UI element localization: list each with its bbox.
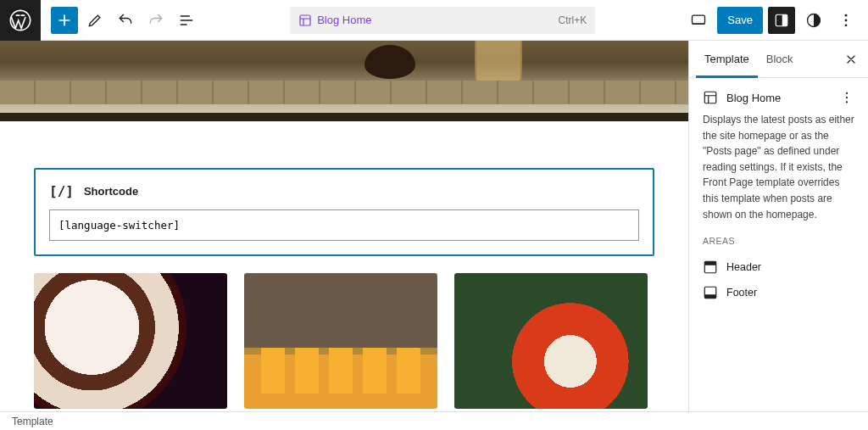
options-menu-button[interactable] bbox=[832, 7, 860, 34]
svg-rect-16 bbox=[704, 294, 716, 299]
svg-point-6 bbox=[845, 14, 848, 16]
svg-point-7 bbox=[845, 19, 848, 21]
svg-rect-9 bbox=[704, 92, 716, 103]
footer-icon bbox=[703, 285, 718, 300]
svg-rect-2 bbox=[693, 15, 705, 24]
breadcrumb[interactable]: Template bbox=[12, 416, 53, 427]
document-bar-container: Blog Home Ctrl+K bbox=[200, 7, 685, 34]
command-shortcut: Ctrl+K bbox=[558, 14, 587, 26]
undo-button[interactable] bbox=[112, 7, 139, 34]
panel-actions-button[interactable] bbox=[839, 90, 854, 105]
area-item-label: Header bbox=[726, 261, 761, 273]
panel-description: Displays the latest posts as either the … bbox=[703, 112, 854, 222]
hero-image bbox=[0, 41, 688, 121]
post-thumbnail[interactable] bbox=[454, 273, 648, 409]
document-title-text: Blog Home bbox=[317, 14, 371, 26]
settings-sidebar-toggle[interactable] bbox=[768, 7, 795, 34]
add-block-button[interactable] bbox=[51, 7, 78, 34]
settings-sidebar: Template Block Blog Home Displays the la… bbox=[688, 41, 868, 411]
top-right-actions: Save bbox=[685, 7, 868, 34]
template-panel: Blog Home Displays the latest posts as e… bbox=[689, 78, 868, 317]
document-title: Blog Home bbox=[298, 14, 371, 27]
shortcode-block-title: Shortcode bbox=[84, 185, 138, 198]
save-button-label: Save bbox=[727, 14, 753, 26]
header-icon bbox=[703, 260, 718, 275]
area-item-footer[interactable]: Footer bbox=[703, 280, 854, 305]
tab-block[interactable]: Block bbox=[758, 41, 802, 78]
svg-point-10 bbox=[846, 92, 848, 94]
svg-rect-1 bbox=[300, 15, 310, 25]
layout-icon bbox=[298, 14, 312, 27]
svg-point-12 bbox=[846, 101, 848, 103]
breadcrumb-bar: Template bbox=[0, 411, 868, 430]
shortcode-block[interactable]: [/] Shortcode bbox=[34, 168, 654, 256]
top-toolbar: Blog Home Ctrl+K Save bbox=[0, 0, 868, 41]
areas-heading: AREAS bbox=[703, 236, 854, 246]
sidebar-tabs: Template Block bbox=[689, 41, 868, 78]
tab-template[interactable]: Template bbox=[696, 41, 758, 78]
area-item-header[interactable]: Header bbox=[703, 254, 854, 280]
svg-rect-4 bbox=[782, 14, 787, 26]
panel-title: Blog Home bbox=[726, 92, 781, 104]
main-area: [/] Shortcode Template Block Blog Home bbox=[0, 41, 868, 411]
post-gallery bbox=[34, 273, 654, 409]
view-button[interactable] bbox=[685, 7, 712, 34]
edit-tool-button[interactable] bbox=[81, 7, 108, 34]
save-button[interactable]: Save bbox=[717, 7, 763, 34]
svg-point-11 bbox=[846, 97, 848, 98]
editor-canvas[interactable]: [/] Shortcode bbox=[0, 41, 688, 411]
shortcode-icon: [/] bbox=[49, 183, 74, 199]
document-overview-button[interactable] bbox=[173, 7, 200, 34]
tab-template-label: Template bbox=[704, 53, 749, 65]
shortcode-input[interactable] bbox=[49, 209, 639, 241]
redo-button[interactable] bbox=[142, 7, 170, 34]
shortcode-block-header: [/] Shortcode bbox=[49, 183, 639, 199]
tab-block-label: Block bbox=[766, 53, 793, 65]
wordpress-logo[interactable] bbox=[0, 0, 41, 41]
layout-icon bbox=[703, 90, 718, 105]
document-bar[interactable]: Blog Home Ctrl+K bbox=[290, 7, 595, 34]
close-sidebar-button[interactable] bbox=[841, 49, 861, 70]
post-thumbnail[interactable] bbox=[244, 273, 437, 409]
svg-point-8 bbox=[845, 24, 848, 26]
area-item-label: Footer bbox=[726, 287, 757, 299]
svg-rect-14 bbox=[704, 261, 716, 265]
post-thumbnail[interactable] bbox=[34, 273, 227, 409]
styles-button[interactable] bbox=[800, 7, 827, 34]
